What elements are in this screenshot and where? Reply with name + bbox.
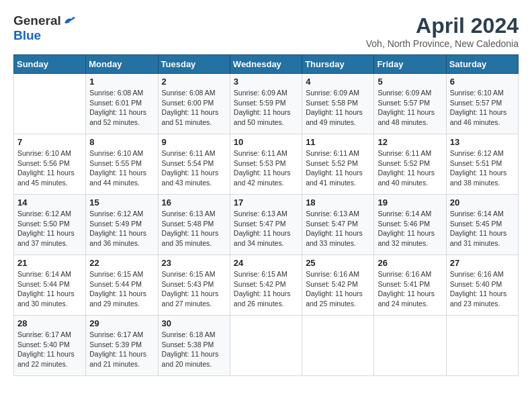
day-detail: Sunrise: 6:15 AMSunset: 5:43 PMDaylight:… [162, 269, 226, 309]
week-row-1: 1Sunrise: 6:08 AMSunset: 6:01 PMDaylight… [14, 74, 519, 134]
day-detail: Sunrise: 6:11 AMSunset: 5:54 PMDaylight:… [162, 148, 226, 188]
calendar-cell: 26Sunrise: 6:16 AMSunset: 5:41 PMDayligh… [374, 255, 446, 316]
day-detail: Sunrise: 6:16 AMSunset: 5:42 PMDaylight:… [306, 269, 370, 309]
day-number: 12 [378, 137, 442, 147]
calendar-cell: 14Sunrise: 6:12 AMSunset: 5:50 PMDayligh… [14, 195, 86, 255]
day-detail: Sunrise: 6:10 AMSunset: 5:56 PMDaylight:… [17, 148, 82, 188]
calendar-cell: 29Sunrise: 6:17 AMSunset: 5:39 PMDayligh… [86, 316, 158, 376]
calendar-cell: 18Sunrise: 6:13 AMSunset: 5:47 PMDayligh… [302, 195, 374, 255]
day-detail: Sunrise: 6:10 AMSunset: 5:55 PMDaylight:… [89, 148, 154, 188]
day-number: 4 [306, 77, 370, 87]
day-number: 13 [450, 137, 515, 147]
calendar-cell: 6Sunrise: 6:10 AMSunset: 5:57 PMDaylight… [446, 74, 518, 134]
day-number: 7 [17, 137, 82, 147]
day-detail: Sunrise: 6:13 AMSunset: 5:48 PMDaylight:… [162, 209, 226, 248]
day-detail: Sunrise: 6:10 AMSunset: 5:57 PMDaylight:… [450, 88, 515, 128]
day-detail: Sunrise: 6:13 AMSunset: 5:47 PMDaylight:… [234, 209, 298, 248]
calendar-cell [14, 74, 86, 134]
day-detail: Sunrise: 6:17 AMSunset: 5:40 PMDaylight:… [17, 330, 82, 369]
day-detail: Sunrise: 6:12 AMSunset: 5:50 PMDaylight:… [17, 209, 82, 248]
calendar-cell: 8Sunrise: 6:10 AMSunset: 5:55 PMDaylight… [86, 134, 158, 195]
day-number: 30 [162, 318, 226, 328]
day-detail: Sunrise: 6:18 AMSunset: 5:38 PMDaylight:… [162, 330, 226, 369]
weekday-header-monday: Monday [86, 55, 158, 74]
day-number: 6 [450, 77, 515, 87]
calendar-cell: 25Sunrise: 6:16 AMSunset: 5:42 PMDayligh… [302, 255, 374, 316]
calendar-cell: 22Sunrise: 6:15 AMSunset: 5:44 PMDayligh… [86, 255, 158, 316]
day-detail: Sunrise: 6:14 AMSunset: 5:44 PMDaylight:… [17, 269, 82, 309]
day-number: 5 [378, 77, 442, 87]
day-number: 3 [234, 77, 298, 87]
calendar-cell [302, 316, 374, 376]
weekday-header-wednesday: Wednesday [230, 55, 302, 74]
weekday-header-sunday: Sunday [14, 55, 86, 74]
calendar-cell: 11Sunrise: 6:11 AMSunset: 5:52 PMDayligh… [302, 134, 374, 195]
day-number: 9 [162, 137, 226, 147]
day-number: 1 [89, 77, 154, 87]
calendar-cell: 9Sunrise: 6:11 AMSunset: 5:54 PMDaylight… [158, 134, 230, 195]
week-row-5: 28Sunrise: 6:17 AMSunset: 5:40 PMDayligh… [14, 316, 519, 376]
day-number: 25 [306, 258, 370, 268]
day-number: 20 [450, 197, 515, 208]
calendar-cell: 10Sunrise: 6:11 AMSunset: 5:53 PMDayligh… [230, 134, 302, 195]
calendar-cell: 20Sunrise: 6:14 AMSunset: 5:45 PMDayligh… [446, 195, 518, 255]
day-detail: Sunrise: 6:11 AMSunset: 5:52 PMDaylight:… [306, 148, 370, 188]
day-number: 19 [378, 197, 442, 208]
day-detail: Sunrise: 6:12 AMSunset: 5:49 PMDaylight:… [89, 209, 154, 248]
week-row-4: 21Sunrise: 6:14 AMSunset: 5:44 PMDayligh… [14, 255, 519, 316]
calendar-cell [230, 316, 302, 376]
day-number: 28 [17, 318, 82, 328]
calendar-cell: 13Sunrise: 6:12 AMSunset: 5:51 PMDayligh… [446, 134, 518, 195]
logo: General Blue [13, 13, 77, 43]
day-number: 23 [162, 258, 226, 268]
day-detail: Sunrise: 6:08 AMSunset: 6:00 PMDaylight:… [162, 88, 226, 128]
weekday-header-tuesday: Tuesday [158, 55, 230, 74]
day-detail: Sunrise: 6:09 AMSunset: 5:57 PMDaylight:… [378, 88, 442, 128]
calendar-cell: 19Sunrise: 6:14 AMSunset: 5:46 PMDayligh… [374, 195, 446, 255]
day-number: 8 [89, 137, 154, 147]
day-detail: Sunrise: 6:11 AMSunset: 5:52 PMDaylight:… [378, 148, 442, 188]
calendar-cell: 28Sunrise: 6:17 AMSunset: 5:40 PMDayligh… [14, 316, 86, 376]
calendar-cell: 27Sunrise: 6:16 AMSunset: 5:40 PMDayligh… [446, 255, 518, 316]
calendar-cell: 17Sunrise: 6:13 AMSunset: 5:47 PMDayligh… [230, 195, 302, 255]
calendar-cell: 16Sunrise: 6:13 AMSunset: 5:48 PMDayligh… [158, 195, 230, 255]
weekday-header-row: SundayMondayTuesdayWednesdayThursdayFrid… [14, 55, 519, 74]
calendar-cell: 4Sunrise: 6:09 AMSunset: 5:58 PMDaylight… [302, 74, 374, 134]
day-number: 29 [89, 318, 154, 328]
day-number: 26 [378, 258, 442, 268]
day-detail: Sunrise: 6:13 AMSunset: 5:47 PMDaylight:… [306, 209, 370, 248]
day-number: 10 [234, 137, 298, 147]
day-detail: Sunrise: 6:16 AMSunset: 5:40 PMDaylight:… [450, 269, 515, 309]
location-title: Voh, North Province, New Caledonia [366, 38, 519, 49]
day-number: 11 [306, 137, 370, 147]
weekday-header-saturday: Saturday [446, 55, 518, 74]
calendar-cell: 2Sunrise: 6:08 AMSunset: 6:00 PMDaylight… [158, 74, 230, 134]
day-number: 21 [17, 258, 82, 268]
weekday-header-friday: Friday [374, 55, 446, 74]
calendar-table: SundayMondayTuesdayWednesdayThursdayFrid… [13, 54, 519, 376]
day-detail: Sunrise: 6:09 AMSunset: 5:59 PMDaylight:… [234, 88, 298, 128]
day-detail: Sunrise: 6:11 AMSunset: 5:53 PMDaylight:… [234, 148, 298, 188]
logo-general-text: General [13, 13, 61, 28]
day-number: 14 [17, 197, 82, 208]
week-row-3: 14Sunrise: 6:12 AMSunset: 5:50 PMDayligh… [14, 195, 519, 255]
calendar-cell: 1Sunrise: 6:08 AMSunset: 6:01 PMDaylight… [86, 74, 158, 134]
day-detail: Sunrise: 6:14 AMSunset: 5:45 PMDaylight:… [450, 209, 515, 248]
day-detail: Sunrise: 6:14 AMSunset: 5:46 PMDaylight:… [378, 209, 442, 248]
day-number: 24 [234, 258, 298, 268]
day-number: 16 [162, 197, 226, 208]
day-detail: Sunrise: 6:15 AMSunset: 5:42 PMDaylight:… [234, 269, 298, 309]
day-number: 22 [89, 258, 154, 268]
day-detail: Sunrise: 6:12 AMSunset: 5:51 PMDaylight:… [450, 148, 515, 188]
title-area: April 2024 Voh, North Province, New Cale… [366, 13, 519, 49]
day-detail: Sunrise: 6:15 AMSunset: 5:44 PMDaylight:… [89, 269, 154, 309]
calendar-cell: 24Sunrise: 6:15 AMSunset: 5:42 PMDayligh… [230, 255, 302, 316]
day-detail: Sunrise: 6:08 AMSunset: 6:01 PMDaylight:… [89, 88, 154, 128]
calendar-cell: 7Sunrise: 6:10 AMSunset: 5:56 PMDaylight… [14, 134, 86, 195]
day-number: 15 [89, 197, 154, 208]
day-detail: Sunrise: 6:16 AMSunset: 5:41 PMDaylight:… [378, 269, 442, 309]
calendar-cell [374, 316, 446, 376]
header: General Blue April 2024 Voh, North Provi… [13, 13, 519, 49]
day-detail: Sunrise: 6:09 AMSunset: 5:58 PMDaylight:… [306, 88, 370, 128]
day-number: 2 [162, 77, 226, 87]
